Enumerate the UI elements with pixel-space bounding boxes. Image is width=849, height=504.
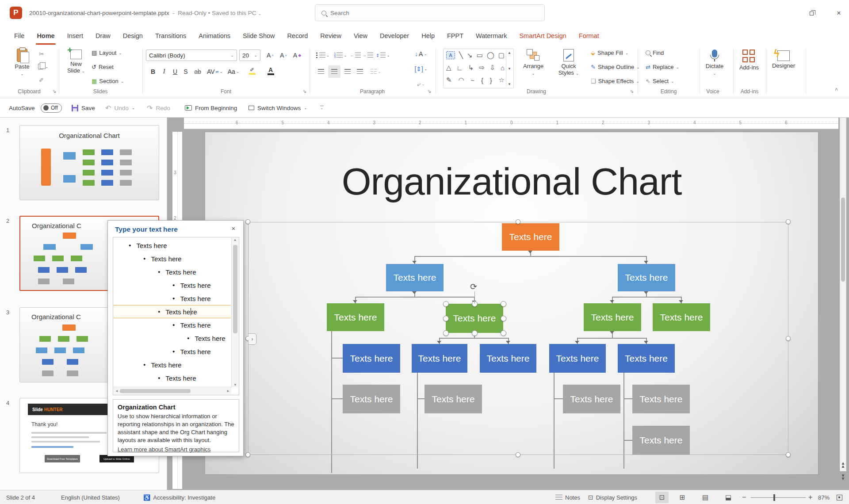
rounded-rectangle-shape-icon[interactable]: ▢ xyxy=(498,51,505,59)
scrollbar-thumb[interactable] xyxy=(841,198,845,282)
freeform-shape-icon[interactable]: ✎ xyxy=(446,76,452,84)
tab-fppt[interactable]: FPPT xyxy=(441,26,470,46)
smartart-selection-frame[interactable] xyxy=(248,222,788,455)
copy-button[interactable]: ⌄ xyxy=(38,64,49,69)
tab-watermark[interactable]: Watermark xyxy=(470,26,513,46)
text-pane-item[interactable]: ●Texts here xyxy=(114,318,231,332)
tab-record[interactable]: Record xyxy=(281,26,314,46)
corner-shape-icon[interactable]: ⌂ xyxy=(501,64,505,72)
text-pane-item[interactable]: ●Texts here xyxy=(114,292,231,305)
zoom-in-button[interactable]: + xyxy=(808,490,812,504)
scroll-right-icon[interactable]: ► xyxy=(226,389,230,393)
text-pane-item[interactable]: ●Texts here xyxy=(114,239,231,252)
arrow-shape-icon[interactable]: ↘ xyxy=(467,51,473,59)
bullets-button[interactable]: ⌄ xyxy=(316,50,330,61)
slide-title[interactable]: Organizational Chart xyxy=(205,160,818,203)
search-input[interactable]: Search xyxy=(315,4,545,21)
tab-home[interactable]: Home xyxy=(31,26,61,46)
align-center-button[interactable] xyxy=(328,65,340,78)
horizontal-ruler[interactable]: 6543210123456 xyxy=(184,118,838,129)
font-dialog-launcher-icon[interactable]: ⇘ xyxy=(302,88,306,94)
zoom-slider-thumb[interactable] xyxy=(773,494,775,501)
slideshow-view-button[interactable]: ⬓ xyxy=(722,490,735,504)
align-text-button[interactable]: [⇕]⌄ xyxy=(411,64,431,74)
tab-view[interactable]: View xyxy=(348,26,374,46)
italic-button[interactable]: I xyxy=(160,66,168,77)
slide-thumbnail-1[interactable]: Organizational Chart xyxy=(19,125,159,200)
notes-button[interactable]: Notes xyxy=(555,490,580,504)
triangle-shape-icon[interactable]: △ xyxy=(446,64,451,72)
shapes-gallery[interactable]: A ╲ ↘ ▭ ◯ ▢ △ ∟ ↳ ⇨ ⇩ ⌂ ✎ ◠ ~ { } ☆ ▲▼▼ xyxy=(443,49,514,88)
text-pane-item[interactable]: ●Texts here xyxy=(114,358,231,371)
decrease-indent-button[interactable]: ← xyxy=(350,50,361,61)
tab-draw[interactable]: Draw xyxy=(89,26,117,46)
text-pane-horizontal-scrollbar[interactable]: ◄► xyxy=(114,387,231,394)
clipboard-dialog-launcher-icon[interactable]: ⇘ xyxy=(52,88,56,94)
smartart-learn-more-link[interactable]: Learn more about SmartArt graphics xyxy=(118,446,210,453)
slide-sorter-view-button[interactable]: ⊞ xyxy=(676,490,689,504)
canvas-scrollbar[interactable] xyxy=(840,118,846,471)
text-pane-item[interactable]: ●Texts here xyxy=(114,305,231,318)
columns-button[interactable]: ⌄ xyxy=(369,66,383,77)
text-direction-button[interactable]: ↓A⌄ xyxy=(411,49,431,59)
text-pane-item[interactable]: ●Texts here xyxy=(114,345,231,358)
convert-to-smartart-button[interactable]: ⤶⌄ xyxy=(411,79,431,89)
reading-view-button[interactable]: ▤ xyxy=(699,490,712,504)
text-pane-item[interactable]: ●Texts here xyxy=(114,252,231,265)
font-name-select[interactable]: Calibri (Body)⌄ xyxy=(146,50,237,61)
cut-button[interactable]: ✂ xyxy=(39,50,44,57)
new-slide-button[interactable]: NewSlide ⌄ xyxy=(60,48,92,75)
tab-smartart-design[interactable]: SmartArt Design xyxy=(513,26,572,46)
collapse-ribbon-icon[interactable]: ˄ xyxy=(835,87,838,93)
oval-shape-icon[interactable]: ◯ xyxy=(487,51,494,59)
text-pane-toggle-button[interactable]: › xyxy=(249,333,256,345)
tab-insert[interactable]: Insert xyxy=(61,26,89,46)
change-case-button[interactable]: Aa⌄ xyxy=(226,66,241,77)
reset-button[interactable]: ↺Reset xyxy=(92,64,114,70)
fit-to-window-button[interactable] xyxy=(837,490,842,504)
font-size-select[interactable]: 20⌄ xyxy=(239,50,260,61)
paragraph-dialog-launcher-icon[interactable]: ⇘ xyxy=(427,88,431,94)
highlight-color-button[interactable]: ✐ xyxy=(244,65,260,76)
text-pane-item[interactable]: ●Texts here xyxy=(114,371,231,385)
shape-outline-button[interactable]: ✎Shape Outline⌄ xyxy=(591,64,640,70)
quick-styles-button[interactable]: QuickStyles ⌄ xyxy=(553,48,585,77)
character-spacing-button[interactable]: AV⇄⌄ xyxy=(206,66,224,77)
gallery-scroll-up-icon[interactable]: ▲ xyxy=(508,51,511,55)
resize-handle[interactable] xyxy=(245,452,250,457)
gallery-scroll-down-icon[interactable]: ▼ xyxy=(508,67,511,71)
curve-shape-icon[interactable]: ~ xyxy=(470,76,474,84)
arc-shape-icon[interactable]: ◠ xyxy=(458,76,464,84)
elbow-arrow-connector-icon[interactable]: ↳ xyxy=(468,64,474,72)
clear-formatting-button[interactable]: A◆ xyxy=(291,50,303,61)
close-icon[interactable]: × xyxy=(229,225,238,232)
language-indicator[interactable]: English (United States) xyxy=(61,490,120,504)
find-button[interactable]: Find xyxy=(646,50,664,56)
replace-button[interactable]: ⇄Replace⌄ xyxy=(646,64,679,70)
justify-button[interactable] xyxy=(355,66,365,77)
increase-indent-button[interactable]: → xyxy=(363,50,373,61)
redo-button[interactable]: ↷Redo xyxy=(147,98,170,118)
restore-window-button[interactable] xyxy=(804,8,819,19)
align-left-button[interactable] xyxy=(316,66,326,77)
tab-developer[interactable]: Developer xyxy=(374,26,415,46)
powerpoint-app-icon[interactable]: P xyxy=(10,7,22,19)
close-window-button[interactable]: × xyxy=(831,8,846,19)
right-brace-shape-icon[interactable]: } xyxy=(490,76,492,84)
resize-handle[interactable] xyxy=(786,452,791,457)
tab-transitions[interactable]: Transitions xyxy=(149,26,192,46)
resize-handle[interactable] xyxy=(786,336,791,341)
gallery-more-icon[interactable]: ▼ xyxy=(508,82,511,86)
zoom-slider-track[interactable] xyxy=(751,497,806,498)
accessibility-status[interactable]: ♿Accessibility: Investigate xyxy=(143,490,215,504)
select-button[interactable]: ⇖Select⌄ xyxy=(646,78,674,84)
underline-button[interactable]: U xyxy=(171,66,180,77)
text-shadow-button[interactable]: S xyxy=(181,66,190,77)
tab-file[interactable]: File xyxy=(8,26,31,46)
resize-handle[interactable] xyxy=(786,219,791,224)
tab-help[interactable]: Help xyxy=(415,26,441,46)
normal-view-button[interactable]: ⊡ xyxy=(655,490,669,504)
rectangle-shape-icon[interactable]: ▭ xyxy=(477,51,483,59)
designer-button[interactable]: Designer xyxy=(768,48,799,69)
left-brace-shape-icon[interactable]: { xyxy=(481,76,483,84)
